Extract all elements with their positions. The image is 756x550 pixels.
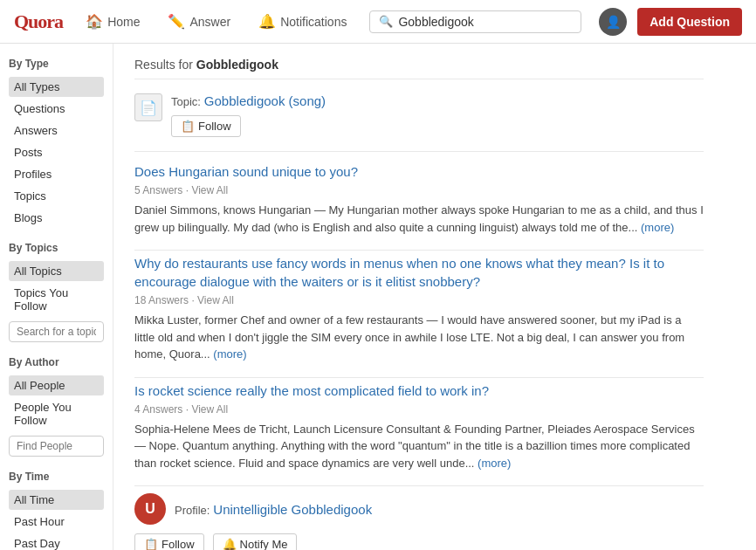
profile-type-label: Profile: [175,504,210,517]
result-view-all-1[interactable]: View All [191,184,228,196]
result-excerpt-3: Sophia-Helene Mees de Tricht, Launch Lic… [134,421,704,472]
nav-home-label: Home [107,15,140,29]
profile-avatar: U [134,493,166,525]
results-for-text: Results for [134,58,193,72]
profile-name-link[interactable]: Unintelligible Gobbledigook [213,502,372,517]
main-layout: By Type All Types Questions Answers Post… [0,44,756,550]
results-header: Results for Gobbledigook [134,58,704,79]
result-excerpt-2: Mikka Luster, former Chef and owner of a… [134,312,704,363]
topic-name-link[interactable]: Gobbledigook (song) [204,93,326,108]
result-title-2[interactable]: Why do restaurants use fancy words in me… [134,254,704,291]
sidebar-item-past-hour[interactable]: Past Hour [9,512,104,532]
header: Quora 🏠 Home ✏️ Answer 🔔 Notifications 🔍… [0,0,756,44]
profile-notify-button[interactable]: 🔔 Notify Me [213,533,298,550]
find-people-input[interactable] [9,436,104,457]
result-title-1[interactable]: Does Hungarian sound unique to you? [134,162,704,181]
profile-actions: 📋 Follow 🔔 Notify Me [134,533,704,550]
topic-follow-button[interactable]: 📋 Follow [171,115,241,137]
sidebar-item-all-people[interactable]: All People [9,375,104,395]
result-answers-2: 18 Answers [134,294,189,306]
profile-top: U Profile: Unintelligible Gobbledigook [134,493,704,525]
avatar[interactable]: 👤 [599,8,627,36]
sidebar-item-past-day[interactable]: Past Day [9,533,104,550]
add-question-button[interactable]: Add Question [637,8,742,36]
sidebar-item-topics[interactable]: Topics [9,186,104,206]
topic-icon: 📄 [134,93,162,121]
result-meta-2: 18 Answers · View All [134,294,704,306]
results-query: Gobbledigook [196,58,278,72]
bell-icon: 🔔 [223,538,237,550]
quora-logo[interactable]: Quora [14,10,63,33]
result-meta-1: 5 Answers · View All [134,184,704,196]
result-meta-3: 4 Answers · View All [134,403,704,416]
sidebar-item-posts[interactable]: Posts [9,142,104,162]
header-right: 👤 Add Question [599,8,742,36]
result-excerpt-1: Daniel Simmons, knows Hungarian — My Hun… [134,202,704,236]
sidebar-item-answers[interactable]: Answers [9,120,104,141]
result-more-1[interactable]: (more) [641,221,674,234]
profile-follow-button[interactable]: 📋 Follow [134,533,204,550]
topic-label-row: Topic: Gobbledigook (song) [171,93,704,108]
profile-name-row: Profile: Unintelligible Gobbledigook [175,502,372,517]
by-topics-title: By Topics [9,242,104,254]
home-icon: 🏠 [86,13,103,30]
profile-result-card: U Profile: Unintelligible Gobbledigook 📋… [134,493,704,550]
result-more-3[interactable]: (more) [478,457,511,470]
by-author-title: By Author [9,356,104,368]
topic-follow-row: 📋 Follow [171,115,704,137]
nav-notifications[interactable]: 🔔 Notifications [253,10,352,33]
result-item-3: Is rocket science really the most compli… [134,382,704,487]
results-content: Results for Gobbledigook 📄 Topic: Gobble… [113,44,725,550]
topic-info: Topic: Gobbledigook (song) 📋 Follow [171,93,704,137]
topic-type-label: Topic: [171,95,201,108]
nav-answer-label: Answer [189,15,230,29]
result-item-2: Why do restaurants use fancy words in me… [134,254,704,378]
result-view-all-3[interactable]: View All [191,403,228,416]
topic-result-card: 📄 Topic: Gobbledigook (song) 📋 Follow [134,93,704,152]
nav-home[interactable]: 🏠 Home [80,10,145,33]
sidebar-item-all-time[interactable]: All Time [9,490,104,510]
topic-follow-label: Follow [198,120,231,133]
sidebar-item-questions[interactable]: Questions [9,99,104,119]
answer-icon: ✏️ [168,13,185,30]
sidebar-item-profiles[interactable]: Profiles [9,164,104,184]
result-item-1: Does Hungarian sound unique to you? 5 An… [134,162,704,251]
follow-icon: 📋 [144,538,158,550]
search-input[interactable] [398,15,572,29]
sidebar: By Type All Types Questions Answers Post… [0,44,113,550]
sidebar-item-all-topics[interactable]: All Topics [9,261,104,281]
topic-search-input[interactable] [9,321,104,342]
sidebar-item-people-you-follow[interactable]: People You Follow [9,397,104,430]
sidebar-item-all-types[interactable]: All Types [9,77,104,97]
by-type-title: By Type [9,58,104,70]
nav-notifications-label: Notifications [280,15,347,29]
result-more-2[interactable]: (more) [213,347,246,361]
nav-answer[interactable]: ✏️ Answer [162,10,236,33]
result-answers-3: 4 Answers [134,403,182,416]
sidebar-item-topics-you-follow[interactable]: Topics You Follow [9,283,104,316]
by-time-title: By Time [9,471,104,483]
result-view-all-2[interactable]: View All [197,294,234,306]
sidebar-item-blogs[interactable]: Blogs [9,208,104,228]
search-icon: 🔍 [379,15,393,28]
profile-notify-label: Notify Me [240,538,288,550]
bell-icon: 🔔 [258,13,276,30]
profile-follow-label: Follow [162,538,195,550]
result-answers-1: 5 Answers [134,184,182,196]
result-title-3[interactable]: Is rocket science really the most compli… [134,382,704,400]
search-bar[interactable]: 🔍 [369,10,581,33]
follow-icon: 📋 [181,120,195,133]
